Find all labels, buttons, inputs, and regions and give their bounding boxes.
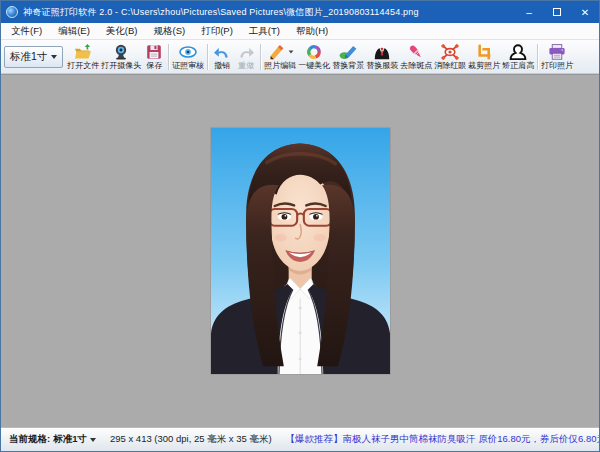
toolbar-label: 照片编辑 [264, 61, 296, 70]
menu-help[interactable]: 帮助(H) [288, 24, 336, 39]
menu-spec[interactable]: 规格(S) [145, 24, 193, 39]
toolbar-label: 裁剪照片 [468, 61, 500, 70]
app-icon [6, 6, 18, 18]
remove-spots-icon [406, 44, 426, 60]
save-button[interactable]: 保存 [142, 41, 166, 73]
replace-clothes-button[interactable]: 替换服装 [365, 41, 399, 73]
size-spec-label: 标准1寸 [10, 50, 47, 64]
menu-edit[interactable]: 编辑(E) [50, 24, 98, 39]
toolbar-label: 打印照片 [541, 61, 573, 70]
photo-canvas [1, 74, 599, 427]
toolbar-label: 打开摄像头 [101, 61, 141, 70]
replace-background-button[interactable]: 替换背景 [331, 41, 365, 73]
toolbar-label: 替换背景 [332, 61, 364, 70]
photo-review-button[interactable]: 证照审核 [171, 41, 205, 73]
save-icon [144, 44, 164, 60]
toolbar-label: 去除斑点 [400, 61, 432, 70]
toolbar-label: 重做 [238, 61, 254, 70]
review-eye-icon [178, 44, 198, 60]
menubar: 文件(F) 编辑(E) 美化(B) 规格(S) 打印(P) 工具(T) 帮助(H… [1, 23, 599, 40]
replace-clothes-icon [372, 44, 392, 60]
window-title: 神奇证照打印软件 2.0 - C:\Users\zhou\Pictures\Sa… [23, 6, 515, 19]
toolbar-label: 打开文件 [67, 61, 99, 70]
open-file-button[interactable]: 打开文件 [66, 41, 100, 73]
size-spec-dropdown[interactable]: 标准1寸 [4, 46, 63, 68]
app-window: 神奇证照打印软件 2.0 - C:\Users\zhou\Pictures\Sa… [0, 0, 600, 452]
menu-file[interactable]: 文件(F) [3, 24, 50, 39]
remove-redeye-button[interactable]: 消除红眼 [433, 41, 467, 73]
crop-photo-button[interactable]: 裁剪照片 [467, 41, 501, 73]
toolbar-label: 撤销 [214, 61, 230, 70]
crop-icon [474, 44, 494, 60]
photo-dimensions: 295 x 413 (300 dpi, 25 毫米 x 35 毫米) [110, 433, 272, 446]
toolbar-label: 一键美化 [298, 61, 330, 70]
id-photo-image [211, 128, 390, 374]
menu-print[interactable]: 打印(P) [193, 24, 241, 39]
id-photo [211, 128, 390, 374]
toolbar-separator [260, 44, 261, 70]
current-spec-dropdown[interactable]: 当前规格: 标准1寸 [5, 433, 100, 446]
replace-background-icon [338, 44, 358, 60]
chevron-down-icon [90, 438, 96, 442]
current-spec-value: 标准1寸 [53, 433, 87, 446]
toolbar-separator [537, 44, 538, 70]
maximize-button[interactable] [543, 1, 571, 23]
print-photo-button[interactable]: 打印照片 [540, 41, 574, 73]
print-icon [547, 44, 567, 60]
toolbar-separator [168, 44, 169, 70]
undo-icon [212, 44, 232, 60]
photo-edit-button[interactable]: 照片编辑 [263, 41, 297, 73]
maximize-icon [553, 8, 561, 16]
current-spec-prefix: 当前规格: [9, 433, 50, 446]
statusbar: 当前规格: 标准1寸 295 x 413 (300 dpi, 25 毫米 x 3… [1, 427, 599, 451]
beautify-ring-icon [304, 44, 324, 60]
chevron-down-icon [288, 50, 293, 53]
menu-beautify[interactable]: 美化(B) [98, 24, 146, 39]
chevron-down-icon [51, 55, 57, 59]
toolbar: 标准1寸 打开文件 打开摄像头 [1, 40, 599, 74]
remove-redeye-icon [440, 44, 460, 60]
toolbar-label: 证照审核 [172, 61, 204, 70]
titlebar[interactable]: 神奇证照打印软件 2.0 - C:\Users\zhou\Pictures\Sa… [1, 1, 599, 23]
redo-button: 重做 [234, 41, 258, 73]
toolbar-label: 保存 [146, 61, 162, 70]
toolbar-label: 矫正肩高 [502, 61, 534, 70]
open-camera-button[interactable]: 打开摄像头 [100, 41, 142, 73]
window-controls: – ✕ [515, 1, 599, 23]
toolbar-label: 替换服装 [366, 61, 398, 70]
close-button[interactable]: ✕ [571, 1, 599, 23]
camera-icon [111, 44, 131, 60]
toolbar-separator [207, 44, 208, 70]
edit-pencil-icon [267, 44, 287, 60]
remove-spots-button[interactable]: 去除斑点 [399, 41, 433, 73]
open-file-icon [73, 44, 93, 60]
toolbar-label: 消除红眼 [434, 61, 466, 70]
promo-ad-link[interactable]: 【爆款推荐】南极人袜子男中筒棉袜防臭吸汗 原价16.80元，券后价仅6.80元 [286, 433, 600, 446]
shoulder-fix-icon [508, 44, 528, 60]
redo-icon [236, 44, 256, 60]
one-key-beautify-button[interactable]: 一键美化 [297, 41, 331, 73]
menu-tools[interactable]: 工具(T) [241, 24, 288, 39]
minimize-button[interactable]: – [515, 1, 543, 23]
fix-shoulder-button[interactable]: 矫正肩高 [501, 41, 535, 73]
undo-button[interactable]: 撤销 [210, 41, 234, 73]
